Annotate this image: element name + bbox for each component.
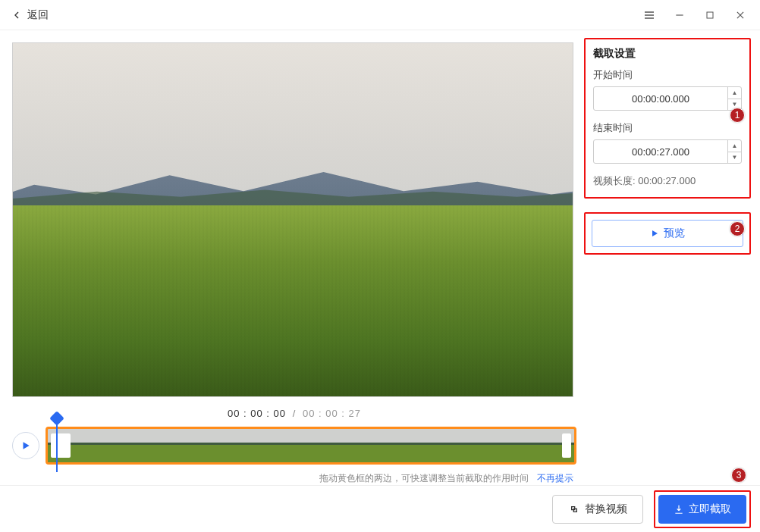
hint-dismiss-link[interactable]: 不再提示 (537, 473, 573, 483)
minimize-icon (674, 10, 685, 20)
replace-video-label: 替换视频 (585, 502, 627, 516)
playhead[interactable] (52, 413, 62, 472)
total-duration: 00 : 00 : 27 (303, 408, 361, 419)
cut-now-label: 立即截取 (689, 502, 731, 516)
replace-video-button[interactable]: 替换视频 (552, 495, 643, 524)
back-button[interactable]: 返回 (5, 5, 55, 25)
arrow-left-icon (11, 9, 23, 21)
callout-2: 2 (730, 221, 745, 236)
video-length-label: 视频长度: (593, 175, 636, 186)
trim-handle-right[interactable] (562, 433, 571, 458)
panel-title: 截取设置 (593, 47, 742, 61)
title-bar: 返回 (0, 0, 760, 30)
footer: 替换视频 3 立即截取 (0, 485, 760, 532)
time-readout: 00 : 00 : 00 / 00 : 00 : 27 (12, 408, 576, 419)
menu-icon (643, 9, 655, 21)
callout-3: 3 (731, 468, 746, 483)
hint-text: 拖动黄色框的两边，可快速调整当前截取的作用时间 (319, 473, 529, 483)
start-time-input[interactable] (594, 87, 727, 110)
download-icon (674, 504, 684, 515)
end-time-up[interactable]: ▲ (728, 140, 741, 152)
end-time-input[interactable] (594, 140, 727, 163)
current-time: 00 : 00 : 00 (228, 408, 286, 419)
play-icon (650, 229, 659, 238)
hint-row: 拖动黄色框的两边，可快速调整当前截取的作用时间 不再提示 (12, 472, 576, 485)
cut-now-button[interactable]: 立即截取 (658, 495, 746, 524)
preview-button-label: 预览 (664, 227, 685, 240)
maximize-icon (705, 11, 714, 20)
video-preview[interactable] (12, 42, 573, 397)
minimize-button[interactable] (664, 0, 695, 30)
timeline-trim[interactable] (46, 427, 576, 465)
end-time-label: 结束时间 (593, 121, 742, 135)
end-time-down[interactable]: ▼ (728, 152, 741, 164)
preview-button[interactable]: 预览 (592, 220, 743, 247)
trim-settings-panel: 截取设置 开始时间 ▲ ▼ 结束时间 ▲ ▼ 视频长度: 00:00:27.00 (584, 38, 751, 199)
svg-rect-0 (707, 12, 713, 18)
video-length-value: 00:00:27.000 (638, 175, 696, 186)
maximize-button[interactable] (695, 0, 725, 30)
start-time-label: 开始时间 (593, 68, 742, 82)
video-length-row: 视频长度: 00:00:27.000 (593, 174, 742, 188)
start-time-up[interactable]: ▲ (728, 87, 741, 99)
menu-button[interactable] (634, 0, 664, 30)
close-button[interactable] (725, 0, 755, 30)
callout-1: 1 (730, 108, 745, 123)
preview-button-highlight: 预览 (584, 212, 751, 255)
back-label: 返回 (27, 8, 49, 22)
end-time-spinner: ▲ ▼ (593, 139, 742, 164)
play-button[interactable] (12, 432, 39, 459)
close-icon (735, 10, 746, 20)
play-icon (20, 440, 31, 451)
swap-icon (568, 503, 580, 515)
start-time-spinner: ▲ ▼ (593, 86, 742, 111)
cut-button-highlight: 立即截取 (654, 490, 751, 528)
